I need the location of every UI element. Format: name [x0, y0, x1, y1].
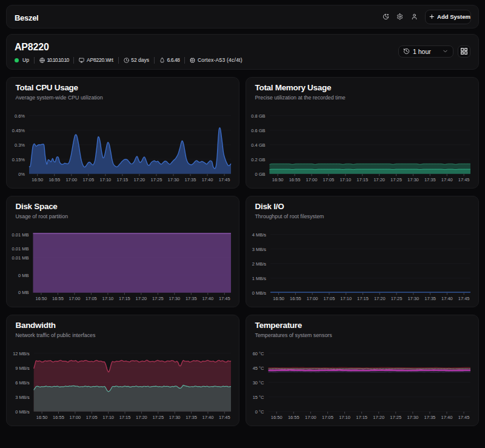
svg-text:16:55: 16:55 — [289, 177, 301, 182]
svg-text:0.4 GB: 0.4 GB — [251, 142, 265, 148]
svg-text:17:25: 17:25 — [390, 415, 401, 420]
svg-text:4 MB/s: 4 MB/s — [252, 232, 267, 238]
svg-text:17:35: 17:35 — [424, 296, 436, 301]
svg-text:17:40: 17:40 — [441, 415, 453, 420]
svg-text:17:25: 17:25 — [390, 177, 402, 182]
svg-text:17:05: 17:05 — [322, 415, 333, 420]
svg-text:17:30: 17:30 — [407, 177, 419, 182]
svg-text:17:10: 17:10 — [340, 177, 351, 182]
svg-text:0 MB/s: 0 MB/s — [252, 290, 267, 296]
svg-text:0.01 MB: 0.01 MB — [12, 255, 29, 261]
svg-text:17:45: 17:45 — [219, 177, 230, 182]
svg-text:17:30: 17:30 — [407, 415, 418, 420]
svg-text:17:30: 17:30 — [169, 415, 181, 420]
svg-text:17:00: 17:00 — [306, 177, 318, 182]
svg-text:17:00: 17:00 — [305, 415, 316, 420]
svg-text:16:55: 16:55 — [52, 296, 64, 301]
svg-text:0.01 MB: 0.01 MB — [12, 232, 29, 238]
svg-text:0.3%: 0.3% — [15, 142, 25, 148]
svg-text:17:35: 17:35 — [424, 177, 436, 182]
svg-text:0.2 GB: 0.2 GB — [251, 157, 265, 162]
svg-text:17:20: 17:20 — [373, 177, 385, 182]
svg-text:17:20: 17:20 — [134, 177, 146, 182]
svg-text:17:05: 17:05 — [85, 296, 97, 301]
svg-text:16:50: 16:50 — [273, 296, 284, 301]
svg-text:0 GB: 0 GB — [255, 172, 265, 177]
svg-text:16:55: 16:55 — [53, 415, 64, 420]
svg-text:0.8 GB: 0.8 GB — [251, 113, 265, 119]
svg-text:17:15: 17:15 — [116, 177, 128, 182]
svg-text:3 MB/s: 3 MB/s — [15, 395, 30, 400]
svg-text:17:25: 17:25 — [152, 415, 164, 420]
svg-text:17:25: 17:25 — [152, 296, 164, 301]
svg-text:12 MB/s: 12 MB/s — [13, 351, 30, 356]
svg-text:30 °C: 30 °C — [253, 380, 264, 386]
svg-text:17:10: 17:10 — [102, 296, 114, 301]
svg-text:0.45%: 0.45% — [12, 128, 25, 133]
svg-text:17:20: 17:20 — [135, 296, 147, 301]
svg-text:17:45: 17:45 — [458, 415, 470, 420]
svg-text:60 °C: 60 °C — [253, 351, 264, 356]
svg-text:17:45: 17:45 — [458, 296, 470, 301]
svg-text:15 °C: 15 °C — [253, 395, 264, 400]
svg-text:17:10: 17:10 — [339, 415, 350, 420]
svg-text:17:45: 17:45 — [219, 415, 230, 420]
svg-text:0.6%: 0.6% — [15, 113, 25, 119]
svg-text:17:20: 17:20 — [373, 415, 384, 420]
svg-text:17:15: 17:15 — [356, 177, 368, 182]
svg-text:17:05: 17:05 — [324, 296, 335, 301]
svg-text:17:30: 17:30 — [169, 296, 180, 301]
svg-text:16:55: 16:55 — [288, 415, 299, 420]
svg-text:17:15: 17:15 — [357, 296, 369, 301]
svg-text:17:05: 17:05 — [86, 415, 98, 420]
svg-text:17:00: 17:00 — [69, 415, 81, 420]
svg-text:6 MB/s: 6 MB/s — [15, 380, 30, 386]
svg-text:17:45: 17:45 — [219, 296, 230, 301]
svg-text:17:00: 17:00 — [69, 296, 81, 301]
svg-text:16:55: 16:55 — [48, 177, 60, 182]
svg-text:16:50: 16:50 — [271, 415, 283, 420]
svg-text:0.01 MB: 0.01 MB — [12, 246, 29, 252]
svg-text:16:50: 16:50 — [272, 177, 284, 182]
svg-text:17:15: 17:15 — [119, 296, 130, 301]
svg-text:17:30: 17:30 — [168, 177, 179, 182]
svg-text:0.15%: 0.15% — [12, 157, 25, 162]
svg-text:1 MB/s: 1 MB/s — [252, 276, 267, 281]
svg-text:17:40: 17:40 — [202, 296, 213, 301]
svg-text:16:50: 16:50 — [36, 296, 47, 301]
svg-text:0 °C: 0 °C — [255, 409, 264, 415]
svg-text:17:05: 17:05 — [323, 177, 334, 182]
svg-text:0 MB: 0 MB — [18, 290, 29, 295]
svg-text:0 MB: 0 MB — [18, 273, 29, 278]
svg-text:17:30: 17:30 — [407, 296, 419, 301]
svg-text:17:40: 17:40 — [441, 296, 453, 301]
svg-text:17:35: 17:35 — [185, 177, 196, 182]
svg-text:17:20: 17:20 — [136, 415, 147, 420]
svg-text:0%: 0% — [18, 172, 25, 177]
svg-text:45 °C: 45 °C — [253, 366, 264, 371]
svg-text:17:00: 17:00 — [65, 177, 77, 182]
svg-text:17:15: 17:15 — [356, 415, 367, 420]
svg-text:17:10: 17:10 — [340, 296, 352, 301]
svg-text:17:40: 17:40 — [202, 415, 214, 420]
svg-text:17:40: 17:40 — [202, 177, 213, 182]
svg-text:17:25: 17:25 — [151, 177, 162, 182]
svg-text:17:00: 17:00 — [307, 296, 318, 301]
svg-text:17:20: 17:20 — [374, 296, 386, 301]
svg-text:16:50: 16:50 — [36, 415, 48, 420]
svg-text:9 MB/s: 9 MB/s — [15, 366, 30, 371]
svg-text:17:35: 17:35 — [186, 296, 197, 301]
svg-text:3 MB/s: 3 MB/s — [252, 247, 267, 252]
svg-text:17:25: 17:25 — [391, 296, 403, 301]
svg-text:17:35: 17:35 — [424, 415, 436, 420]
svg-text:0 MB/s: 0 MB/s — [15, 409, 30, 415]
svg-text:16:50: 16:50 — [32, 177, 43, 182]
svg-text:17:10: 17:10 — [99, 177, 111, 182]
svg-text:17:10: 17:10 — [102, 415, 114, 420]
svg-text:2 MB/s: 2 MB/s — [252, 261, 267, 267]
svg-text:17:35: 17:35 — [186, 415, 197, 420]
svg-text:17:45: 17:45 — [458, 177, 470, 182]
svg-text:17:05: 17:05 — [82, 177, 94, 182]
svg-text:17:15: 17:15 — [119, 415, 131, 420]
svg-text:17:40: 17:40 — [441, 177, 453, 182]
